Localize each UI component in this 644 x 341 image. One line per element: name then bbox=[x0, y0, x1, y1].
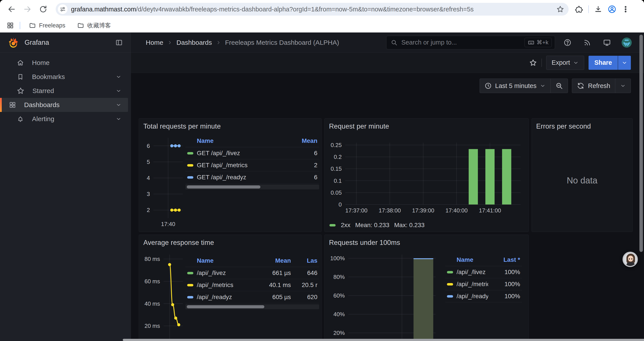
svg-text:17:39:00: 17:39:00 bbox=[412, 207, 434, 214]
toolbar-divider bbox=[542, 59, 542, 67]
sidebar-item-label: Starred bbox=[32, 87, 108, 95]
url-text[interactable]: grafana.mathmast.com/d/deytv4rwavabkb/fr… bbox=[71, 6, 553, 13]
browser-menu-icon[interactable] bbox=[622, 5, 630, 13]
star-dashboard-icon[interactable] bbox=[529, 59, 537, 67]
breadcrumb-separator-icon bbox=[167, 40, 172, 45]
legend-row[interactable]: /api/_/livez661 µs646 bbox=[186, 267, 319, 279]
panel-requests-under-100ms: Requests under 100ms 100%80%60%40%20%0%1… bbox=[324, 235, 529, 341]
horizontal-scrollbar[interactable] bbox=[123, 339, 644, 341]
sidebar-item-label: Home bbox=[32, 59, 128, 67]
apps-grid-icon[interactable] bbox=[6, 22, 14, 29]
legend-scrollbar[interactable] bbox=[186, 185, 319, 189]
share-label[interactable]: Share bbox=[588, 56, 618, 70]
downloads-icon[interactable] bbox=[594, 5, 602, 14]
refresh-interval-button[interactable] bbox=[615, 79, 631, 93]
sidebar-item-bookmarks[interactable]: Bookmarks bbox=[0, 70, 128, 84]
bookmark-folder-blogs[interactable]: 收藏博客 bbox=[74, 20, 114, 31]
svg-text:17:41:00: 17:41:00 bbox=[479, 207, 501, 214]
site-settings-icon[interactable] bbox=[58, 5, 68, 14]
screen: grafana.mathmast.com/d/deytv4rwavabkb/fr… bbox=[0, 0, 644, 341]
news-button[interactable] bbox=[580, 35, 594, 50]
bookmark-label: 收藏博客 bbox=[87, 22, 111, 30]
legend-row[interactable]: /api/_/metrics40.1 ms20.5 r bbox=[186, 279, 319, 291]
vertical-scrollbar[interactable] bbox=[640, 35, 643, 252]
legend-scrollbar[interactable] bbox=[186, 304, 319, 309]
sidebar-item-dashboards[interactable]: Dashboards bbox=[0, 98, 128, 112]
profile-icon[interactable] bbox=[608, 5, 616, 14]
svg-text:40 ms: 40 ms bbox=[144, 300, 160, 307]
share-button[interactable]: Share bbox=[588, 56, 631, 70]
series-value: 100% bbox=[492, 293, 520, 300]
browser-toolbar: grafana.mathmast.com/d/deytv4rwavabkb/fr… bbox=[0, 0, 644, 19]
back-icon[interactable] bbox=[5, 3, 18, 16]
sidebar-item-alerting[interactable]: Alerting bbox=[0, 112, 128, 126]
chevron-down-icon[interactable] bbox=[116, 74, 122, 80]
panel-title[interactable]: Errors per second bbox=[532, 119, 632, 130]
forward-arrow-icon bbox=[23, 5, 32, 14]
legend-row[interactable]: /api/_/readyz605 µs620 bbox=[186, 291, 319, 303]
svg-text:0.1: 0.1 bbox=[334, 178, 342, 184]
legend-row[interactable]: /api/_/livez100% bbox=[445, 266, 522, 278]
sidebar-collapse-icon[interactable] bbox=[115, 39, 123, 46]
no-data-message: No data bbox=[535, 133, 629, 228]
back-arrow-icon bbox=[8, 5, 16, 14]
search-box[interactable]: ⌘+k bbox=[386, 36, 555, 49]
panel-title[interactable]: Requests under 100ms bbox=[325, 235, 528, 247]
legend-header-last[interactable]: Last * bbox=[492, 256, 520, 263]
series-max: Max: 0.233 bbox=[394, 222, 424, 229]
series-value: 605 µs bbox=[256, 294, 291, 301]
assistant-avatar[interactable] bbox=[622, 252, 638, 267]
chevron-down-icon[interactable] bbox=[116, 102, 122, 108]
refresh-button[interactable]: Refresh bbox=[572, 79, 615, 93]
legend-row[interactable]: GET /api/_/livez6 bbox=[186, 147, 319, 159]
apps-icon bbox=[9, 101, 16, 109]
zoom-out-button[interactable] bbox=[550, 79, 568, 93]
legend-header-name[interactable]: Name bbox=[197, 137, 292, 144]
kiosk-button[interactable] bbox=[600, 35, 614, 50]
legend-row[interactable]: /api/_/readyz100% bbox=[445, 290, 522, 302]
help-button[interactable] bbox=[560, 35, 575, 50]
request-per-minute-chart[interactable]: 0.250.20.150.10.05017:37:0017:38:0017:39… bbox=[328, 133, 525, 217]
search-icon bbox=[391, 39, 398, 46]
grafana-logo[interactable] bbox=[8, 37, 19, 48]
legend-row[interactable]: GET /api/_/readyz6 bbox=[186, 171, 319, 183]
bookmark-folder-freeleaps[interactable]: Freeleaps bbox=[26, 21, 68, 30]
legend-header: NameMeanLas bbox=[186, 256, 319, 267]
sidebar: Grafana Home Bookmarks Starred Dashboard… bbox=[0, 33, 131, 341]
legend-row[interactable]: /api/_/metrics100% bbox=[445, 278, 522, 290]
bookmark-star-icon[interactable] bbox=[556, 5, 564, 13]
chevron-down-icon[interactable] bbox=[116, 116, 122, 122]
legend-header-mean[interactable]: Mean bbox=[256, 257, 291, 264]
breadcrumb-dashboards[interactable]: Dashboards bbox=[176, 39, 212, 46]
breadcrumb: Home Dashboards Freeleaps Metrics Dashbo… bbox=[146, 39, 381, 46]
search-shortcut-badge: ⌘+k bbox=[524, 38, 552, 47]
forward-icon[interactable] bbox=[20, 3, 34, 16]
legend-header-name[interactable]: Name bbox=[456, 256, 488, 263]
svg-text:60 ms: 60 ms bbox=[144, 278, 160, 285]
panel-title[interactable]: Request per minute bbox=[325, 119, 528, 130]
legend-inline[interactable]: 2xx Mean: 0.233 Max: 0.233 bbox=[330, 222, 424, 229]
reload-button[interactable] bbox=[36, 3, 50, 16]
tune-icon bbox=[60, 6, 66, 13]
chevron-down-icon[interactable] bbox=[116, 88, 122, 94]
time-range-picker[interactable]: Last 5 minutes bbox=[480, 79, 550, 93]
series-value: 100% bbox=[492, 269, 520, 276]
legend-row[interactable]: GET /api/_/metrics2 bbox=[186, 159, 319, 171]
legend-header-las[interactable]: Las bbox=[294, 257, 318, 264]
user-avatar[interactable] bbox=[620, 35, 634, 50]
panel-title[interactable]: Total requests per minute bbox=[139, 119, 321, 130]
legend-table: NameMeanLas /api/_/livez661 µs646 /api/_… bbox=[186, 256, 319, 309]
search-input[interactable] bbox=[401, 39, 521, 46]
app-header: Home Dashboards Freeleaps Metrics Dashbo… bbox=[131, 33, 644, 53]
sidebar-item-starred[interactable]: Starred bbox=[0, 84, 128, 98]
share-menu-button[interactable] bbox=[618, 56, 631, 70]
legend-header-mean[interactable]: Mean bbox=[296, 137, 318, 144]
extensions-icon[interactable] bbox=[575, 5, 583, 14]
breadcrumb-home[interactable]: Home bbox=[146, 39, 163, 46]
sidebar-item-home[interactable]: Home bbox=[0, 56, 128, 70]
export-button[interactable]: Export bbox=[546, 56, 584, 70]
address-bar[interactable]: grafana.mathmast.com/d/deytv4rwavabkb/fr… bbox=[56, 3, 568, 16]
panel-title[interactable]: Average response time bbox=[139, 235, 321, 247]
legend-header-name[interactable]: Name bbox=[197, 257, 252, 264]
svg-text:17:37:00: 17:37:00 bbox=[345, 207, 367, 214]
